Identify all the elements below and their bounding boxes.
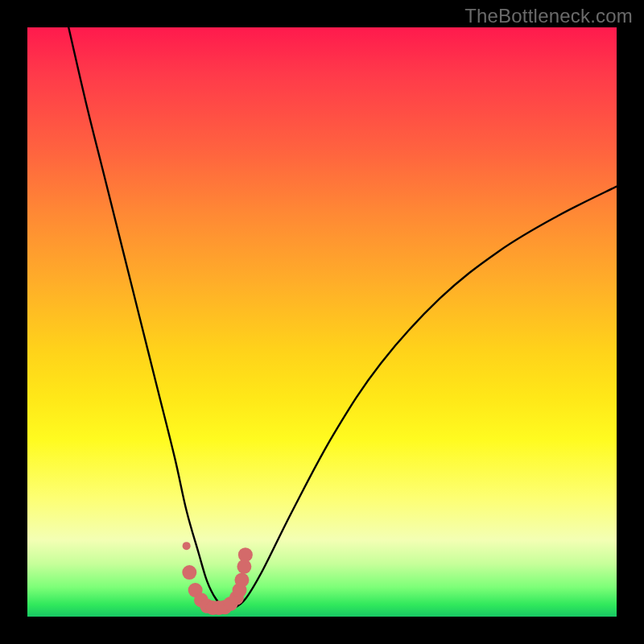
watermark-text: TheBottleneck.com: [464, 5, 633, 27]
highlight-dot: [182, 565, 196, 580]
plot-area: [27, 27, 617, 617]
highlight-dots: [182, 542, 253, 615]
bottleneck-curve: [68, 27, 617, 609]
chart-svg: [27, 27, 617, 617]
chart-frame: TheBottleneck.com: [0, 0, 644, 644]
highlight-dot: [238, 547, 253, 562]
highlight-dot: [183, 542, 191, 550]
highlight-dot: [234, 573, 249, 588]
